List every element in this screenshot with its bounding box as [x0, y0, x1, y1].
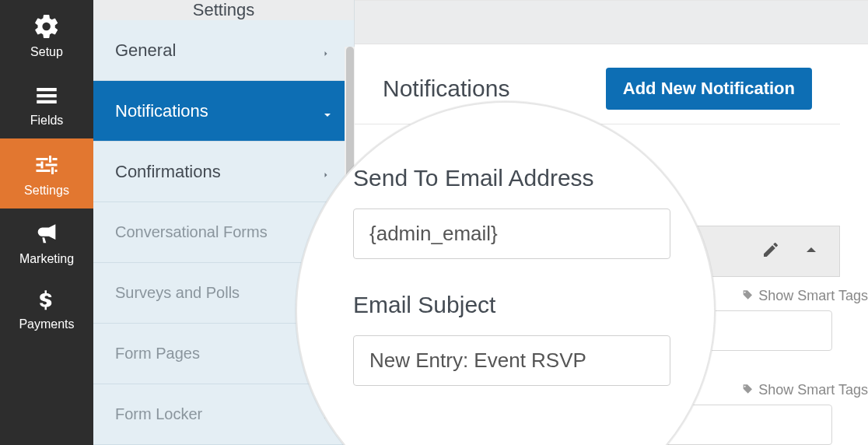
chevron-right-icon [321, 166, 332, 177]
subnav-label: Form Locker [115, 405, 202, 423]
subnav-label: Conversational Forms [115, 223, 268, 241]
send-to-input[interactable] [353, 208, 670, 259]
subnav-label: General [115, 40, 176, 61]
subnav-confirmations[interactable]: Confirmations [93, 142, 354, 202]
subject-input[interactable] [353, 335, 670, 386]
nav-setup[interactable]: Setup [0, 0, 93, 70]
subnav-label: Notifications [115, 101, 208, 121]
add-notification-button[interactable]: Add New Notification [606, 68, 812, 110]
nav-fields[interactable]: Fields [0, 70, 93, 138]
tag-icon [741, 384, 754, 396]
subject-label: Email Subject [353, 292, 670, 318]
nav-payments[interactable]: Payments [0, 277, 93, 342]
content-header: Notifications Add New Notification [355, 44, 840, 124]
subnav-notifications[interactable]: Notifications [93, 81, 354, 142]
chevron-right-icon [321, 45, 332, 56]
page-title: Notifications [383, 75, 509, 102]
content-topbar [355, 1, 868, 44]
subnav-label: Confirmations [115, 162, 221, 182]
nav-label: Setup [30, 45, 63, 59]
topbar-title: Settings [93, 0, 354, 20]
dollar-icon [35, 289, 58, 313]
nav-label: Payments [19, 317, 74, 331]
nav-marketing[interactable]: Marketing [0, 208, 93, 277]
chevron-down-icon [321, 106, 332, 117]
smart-tags-label: Show Smart Tags [758, 288, 868, 304]
nav-label: Fields [30, 114, 64, 128]
subnav-label: Form Pages [115, 345, 200, 363]
nav-label: Settings [24, 184, 69, 198]
bullhorn-icon [33, 221, 60, 247]
nav-settings[interactable]: Settings [0, 138, 93, 208]
subnav-label: Surveys and Polls [115, 284, 240, 302]
subnav-general[interactable]: General [93, 20, 354, 81]
edit-icon[interactable] [761, 240, 780, 262]
list-icon [33, 82, 60, 109]
smart-tags-label: Show Smart Tags [758, 382, 868, 398]
nav-label: Marketing [19, 252, 74, 266]
gear-icon [33, 12, 61, 40]
tag-icon [741, 289, 754, 302]
primary-nav: Setup Fields Settings Marketing Payments [0, 0, 93, 445]
sliders-icon [33, 151, 61, 179]
chevron-up-icon[interactable] [802, 240, 821, 262]
send-to-label: Send To Email Address [353, 165, 670, 191]
